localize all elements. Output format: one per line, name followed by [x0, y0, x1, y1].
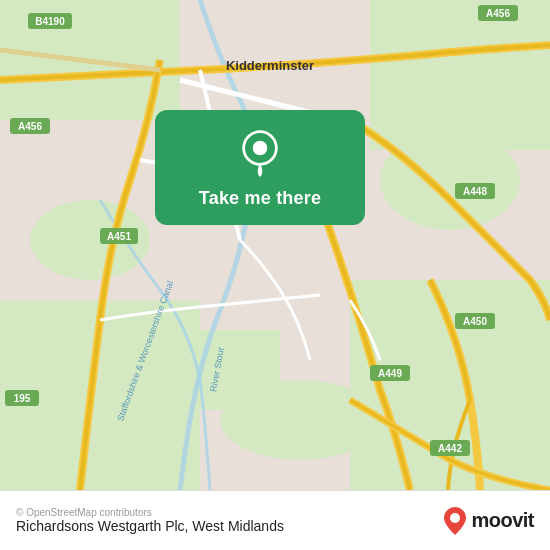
- map-svg: B4190 A456 A456 A451 A448 A449 A450 A442…: [0, 0, 550, 490]
- location-name-text: Richardsons Westgarth Plc, West Midlands: [16, 518, 284, 534]
- location-pin-icon: [235, 128, 285, 178]
- svg-rect-2: [370, 0, 550, 150]
- map-container: B4190 A456 A456 A451 A448 A449 A450 A442…: [0, 0, 550, 490]
- svg-text:A448: A448: [463, 186, 487, 197]
- svg-text:A442: A442: [438, 443, 462, 454]
- svg-point-32: [450, 513, 460, 523]
- moovit-brand-label: moovit: [471, 509, 534, 532]
- svg-point-31: [253, 141, 268, 156]
- svg-point-8: [220, 380, 380, 460]
- svg-text:A449: A449: [378, 368, 402, 379]
- bottom-bar: © OpenStreetMap contributors Richardsons…: [0, 490, 550, 550]
- take-me-there-button[interactable]: Take me there: [199, 188, 321, 209]
- svg-text:Kidderminster: Kidderminster: [226, 58, 314, 73]
- svg-text:A451: A451: [107, 231, 131, 242]
- location-card: Take me there: [155, 110, 365, 225]
- svg-text:A450: A450: [463, 316, 487, 327]
- moovit-pin-icon: [444, 507, 466, 535]
- svg-point-5: [380, 130, 520, 230]
- svg-text:A456: A456: [18, 121, 42, 132]
- svg-text:A456: A456: [486, 8, 510, 19]
- moovit-logo: moovit: [444, 507, 534, 535]
- svg-text:195: 195: [14, 393, 31, 404]
- bottom-info: © OpenStreetMap contributors Richardsons…: [16, 507, 284, 534]
- svg-text:B4190: B4190: [35, 16, 65, 27]
- attribution-text: © OpenStreetMap contributors: [16, 507, 284, 518]
